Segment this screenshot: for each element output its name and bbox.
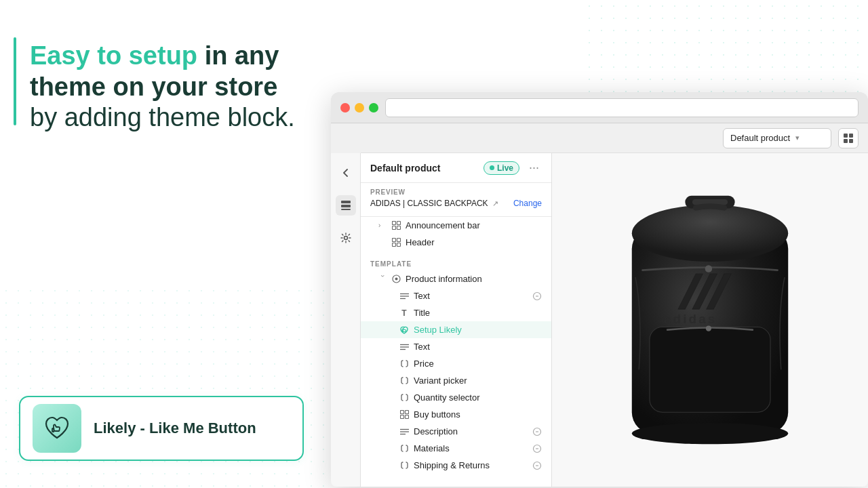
tree-item-setup-likely[interactable]: Setup Likely <box>361 321 551 338</box>
svg-rect-28 <box>400 411 403 414</box>
svg-rect-14 <box>397 239 400 242</box>
heading-line2: by adding theme block. <box>30 102 335 134</box>
like-icon <box>41 412 73 445</box>
bracket-icon-mat <box>399 444 410 453</box>
tree-item-price[interactable]: Price <box>361 355 551 372</box>
heading-highlight: Easy to setup <box>30 41 197 70</box>
tree-action-text1 <box>532 291 542 301</box>
like-icon-box <box>33 404 81 453</box>
bracket-icon-price <box>399 359 410 368</box>
svg-point-46 <box>706 325 711 331</box>
svg-rect-1 <box>844 134 848 138</box>
bracket-icon-qty <box>399 393 410 402</box>
tree-label-variant-picker: Variant picker <box>414 375 542 386</box>
tree-item-product-information[interactable]: › Product information <box>361 270 551 287</box>
browser-dot-red[interactable] <box>340 103 350 113</box>
template-section: TEMPLATE › Product information <box>361 251 551 474</box>
svg-point-8 <box>344 237 347 240</box>
like-button-label: Likely - Like Me Button <box>94 420 256 437</box>
grid-icon-buy <box>399 410 410 419</box>
sidebar-icon-sections[interactable] <box>336 195 356 216</box>
live-badge: Live <box>484 161 519 175</box>
dropdown-arrow-icon: ▾ <box>795 134 800 142</box>
product-image: adidas <box>601 171 818 469</box>
chevron-icon-product-info: › <box>379 275 387 283</box>
like-button-card[interactable]: Likely - Like Me Button <box>19 396 304 461</box>
svg-point-49 <box>632 423 788 444</box>
chevron-icon-announcement: › <box>378 222 387 229</box>
tree-item-announcement-bar[interactable]: › Announcement bar <box>361 217 551 234</box>
svg-rect-12 <box>397 226 400 230</box>
T-icon-title: T <box>399 308 410 318</box>
lines-icon-text2 <box>399 344 410 350</box>
tree-label-announcement: Announcement bar <box>406 220 542 230</box>
top-dropdown-bar: Default product ▾ <box>361 123 868 153</box>
browser-chrome <box>331 92 868 123</box>
sidebar-icon-back[interactable] <box>336 163 356 183</box>
svg-rect-30 <box>400 415 403 419</box>
lines-icon-desc <box>399 428 410 435</box>
grid-icon-header <box>391 238 401 247</box>
tree-label-buy-buttons: Buy buttons <box>414 409 542 420</box>
preview-area: adidas <box>552 153 868 487</box>
tree-item-text-1[interactable]: Text <box>361 287 551 304</box>
editor-layout: Default product Live ··· PREVIEW ADIDAS … <box>331 153 868 487</box>
tree-label-setup-likely: Setup Likely <box>414 325 542 335</box>
tree-item-materials[interactable]: Materials <box>361 440 551 457</box>
svg-rect-13 <box>392 239 395 242</box>
svg-rect-0 <box>52 428 54 432</box>
live-dot <box>490 165 494 170</box>
svg-rect-3 <box>844 139 848 143</box>
svg-rect-10 <box>397 222 400 225</box>
main-heading: Easy to setup in any theme on your store… <box>30 41 335 134</box>
bracket-icon-variant <box>399 376 410 385</box>
tree-item-header[interactable]: Header <box>361 234 551 251</box>
preview-change-button[interactable]: Change <box>513 199 542 208</box>
product-dropdown-label: Default product <box>730 133 790 143</box>
more-options-button[interactable]: ··· <box>526 161 542 175</box>
grid-view-button[interactable] <box>838 128 859 148</box>
live-label: Live <box>497 163 513 173</box>
tree-label-header: Header <box>406 237 542 247</box>
sidebar-icons <box>331 153 361 487</box>
svg-rect-16 <box>397 243 400 247</box>
settings-icon <box>340 232 352 244</box>
svg-rect-5 <box>341 201 351 203</box>
browser-url-bar[interactable] <box>385 98 859 117</box>
tree-scroll-area[interactable]: › Announcement bar Header TEMPLATE <box>361 217 551 487</box>
grid-icon-announcement <box>391 221 401 230</box>
browser-dot-yellow[interactable] <box>355 103 364 113</box>
tree-label-quantity-selector: Quantity selector <box>414 392 542 403</box>
product-dropdown[interactable]: Default product ▾ <box>723 128 831 148</box>
tree-item-buy-buttons[interactable]: Buy buttons <box>361 406 551 423</box>
circle-icon-product-info <box>391 274 401 283</box>
lines-icon-text1 <box>399 293 410 300</box>
tree-item-shipping-returns[interactable]: Shipping & Returns <box>361 457 551 474</box>
tree-item-title[interactable]: T Title <box>361 304 551 321</box>
tree-label-shipping-returns: Shipping & Returns <box>414 460 528 470</box>
svg-rect-15 <box>392 243 395 247</box>
tree-label-description: Description <box>414 426 528 436</box>
tree-label-text1: Text <box>414 291 528 301</box>
svg-rect-6 <box>341 205 351 207</box>
svg-rect-4 <box>849 139 853 143</box>
tree-label-materials: Materials <box>414 443 528 453</box>
tree-item-description[interactable]: Description <box>361 423 551 440</box>
svg-rect-45 <box>650 327 770 412</box>
browser-window: Default product ▾ <box>331 92 868 487</box>
panel-title: Default product <box>370 163 477 174</box>
svg-rect-7 <box>341 209 351 210</box>
tree-action-ship <box>532 461 542 470</box>
preview-value: ADIDAS | CLASSIC BACKPACK ↗ Change <box>370 199 542 208</box>
tree-item-text-2[interactable]: Text <box>361 338 551 355</box>
preview-link-icon[interactable]: ↗ <box>492 199 498 208</box>
sidebar-icon-settings[interactable] <box>336 228 356 248</box>
preview-label: PREVIEW <box>370 188 542 196</box>
browser-dot-green[interactable] <box>369 103 378 113</box>
svg-point-47 <box>705 265 712 272</box>
svg-rect-9 <box>392 222 395 225</box>
tree-label-price: Price <box>414 359 542 369</box>
tree-label-title: Title <box>414 308 542 318</box>
tree-item-quantity-selector[interactable]: Quantity selector <box>361 389 551 406</box>
tree-item-variant-picker[interactable]: Variant picker <box>361 372 551 389</box>
